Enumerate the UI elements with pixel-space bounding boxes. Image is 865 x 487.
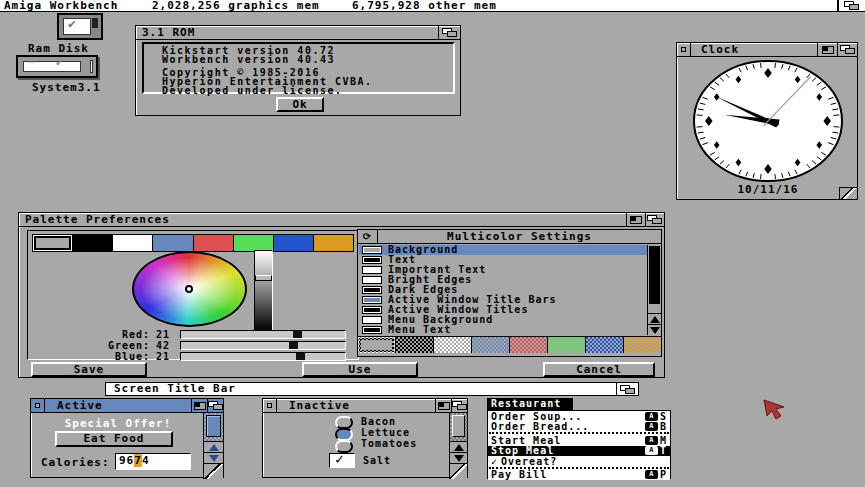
eat-food-button[interactable]: Eat Food — [55, 431, 173, 447]
system-disk-icon[interactable]: – ✔ System3.1 — [16, 55, 108, 93]
scroll-down-arrow[interactable] — [648, 324, 661, 335]
inactive-depth-gadget[interactable] — [451, 399, 467, 412]
palette-window: Palette Preferences — [18, 212, 665, 378]
palette-swatch[interactable] — [273, 235, 313, 251]
rom-depth-gadget[interactable] — [438, 26, 460, 39]
ram-disk-icon[interactable]: ✔ Ram Disk — [20, 13, 112, 55]
screen-depth-gadget[interactable] — [837, 0, 865, 11]
salt-checkbox[interactable]: ✓ — [329, 453, 355, 468]
color-swatch — [362, 326, 382, 334]
resize-gadget[interactable] — [839, 187, 857, 199]
calories-label: Calories: — [41, 456, 110, 469]
close-gadget[interactable] — [31, 399, 45, 412]
list-item[interactable]: Menu Text — [359, 325, 647, 335]
inactive-titlebar[interactable]: Inactive — [263, 399, 467, 413]
green-slider-thumb[interactable] — [289, 342, 298, 349]
active-zoom-gadget[interactable] — [191, 399, 207, 412]
color-swatch — [362, 296, 382, 304]
green-slider[interactable] — [180, 341, 346, 350]
palette-swatch[interactable] — [313, 235, 353, 251]
calories-input[interactable]: 9674 — [115, 453, 191, 470]
palette-swatch[interactable] — [112, 235, 152, 251]
palette-swatch[interactable] — [233, 235, 273, 251]
up-arrow-icon — [209, 444, 219, 451]
use-button[interactable]: Use — [302, 362, 418, 377]
red-value: 21 — [156, 329, 170, 340]
close-gadget[interactable] — [677, 43, 691, 56]
multicolor-scrollbar[interactable] — [647, 245, 661, 335]
close-gadget[interactable] — [263, 399, 277, 412]
active-titlebar[interactable]: Active — [31, 399, 223, 413]
down-arrow-icon — [209, 455, 219, 462]
rom-titlebar[interactable]: 3.1 ROM — [136, 26, 460, 40]
blue-slider[interactable] — [180, 352, 346, 361]
cancel-button[interactable]: Cancel — [543, 362, 655, 377]
screen-title-depth-gadget[interactable] — [616, 383, 638, 395]
clock-titlebar[interactable]: Clock — [677, 43, 857, 57]
strip-swatch[interactable] — [395, 337, 433, 353]
strip-swatch[interactable] — [585, 337, 623, 353]
resize-gadget[interactable] — [203, 463, 223, 479]
ram-disk-label: Ram Disk — [28, 42, 89, 55]
inactive-zoom-gadget[interactable] — [435, 399, 451, 412]
menu-item-stop-meal[interactable]: Stop Meal AT — [488, 446, 670, 457]
menubar-title: Amiga Workbench — [4, 0, 118, 11]
amiga-key-icon: A — [645, 412, 658, 421]
menu-item-order-soup[interactable]: Order Soup... AS — [488, 411, 670, 422]
cycle-gadget[interactable]: ⟳ — [358, 230, 378, 243]
active-scrollbar[interactable] — [203, 413, 223, 479]
palette-zoom-gadget[interactable] — [626, 213, 645, 226]
menu-item-overeat[interactable]: ✓ Overeat? — [488, 456, 670, 467]
value-slider-thumb[interactable] — [255, 275, 272, 281]
menu-shortcut: T — [660, 445, 667, 456]
menu-item-order-bread[interactable]: Order Bread... AB — [488, 422, 670, 433]
palette-swatch[interactable] — [152, 235, 192, 251]
red-label: Red: — [58, 329, 150, 340]
clock-depth-gadget[interactable] — [837, 43, 857, 56]
menu-item-start-meal[interactable]: Start Meal AM — [488, 435, 670, 446]
zoom-icon — [822, 46, 834, 54]
menu-item-label: Start Meal — [491, 435, 561, 446]
save-button[interactable]: Save — [31, 362, 147, 377]
scrollbar-thumb[interactable] — [452, 415, 465, 437]
strip-swatch[interactable] — [433, 337, 471, 353]
clock-zoom-gadget[interactable] — [817, 43, 837, 56]
inactive-scrollbar[interactable] — [449, 413, 467, 479]
rom-window-title: 3.1 ROM — [136, 26, 195, 39]
blue-value: 21 — [156, 351, 170, 362]
restaurant-menu-title[interactable]: Restaurant — [487, 398, 573, 410]
resize-gadget[interactable] — [449, 463, 467, 479]
value-slider[interactable] — [254, 250, 273, 332]
scrollbar-thumb[interactable] — [649, 246, 660, 304]
red-slider-thumb[interactable] — [293, 331, 302, 338]
strip-swatch[interactable] — [358, 337, 395, 353]
screen-title-bar[interactable]: Screen Title Bar — [105, 382, 639, 396]
scrollbar-thumb[interactable] — [206, 415, 221, 437]
menu-item-pay-bill[interactable]: Pay Bill AP — [488, 470, 670, 481]
palette-swatch[interactable] — [33, 235, 72, 251]
palette-swatch[interactable] — [72, 235, 112, 251]
palette-depth-gadget[interactable] — [645, 213, 664, 226]
active-depth-gadget[interactable] — [207, 399, 223, 412]
strip-swatch[interactable] — [547, 337, 585, 353]
strip-swatch[interactable] — [623, 337, 661, 353]
palette-titlebar[interactable]: Palette Preferences — [19, 213, 664, 227]
scroll-up-arrow[interactable] — [204, 441, 223, 452]
zoom-icon — [194, 402, 206, 410]
menu-item-label: Overeat? — [501, 456, 557, 467]
red-slider[interactable] — [180, 330, 346, 339]
blue-label: Blue: — [58, 351, 150, 362]
strip-swatch[interactable] — [509, 337, 547, 353]
scroll-up-arrow[interactable] — [450, 441, 467, 452]
clock-date: 10/11/16 — [677, 183, 859, 196]
floppy-icon: ✔ — [57, 13, 103, 40]
strip-swatch[interactable] — [471, 337, 509, 353]
ok-button[interactable]: Ok — [276, 97, 324, 112]
graphics-mem-label: 2,028,256 graphics mem — [152, 0, 320, 11]
palette-swatch[interactable] — [193, 235, 233, 251]
scroll-down-arrow[interactable] — [450, 452, 467, 463]
scroll-up-arrow[interactable] — [648, 313, 661, 324]
blue-slider-thumb[interactable] — [296, 353, 305, 360]
menu-shortcut: P — [660, 469, 667, 480]
scroll-down-arrow[interactable] — [204, 452, 223, 463]
